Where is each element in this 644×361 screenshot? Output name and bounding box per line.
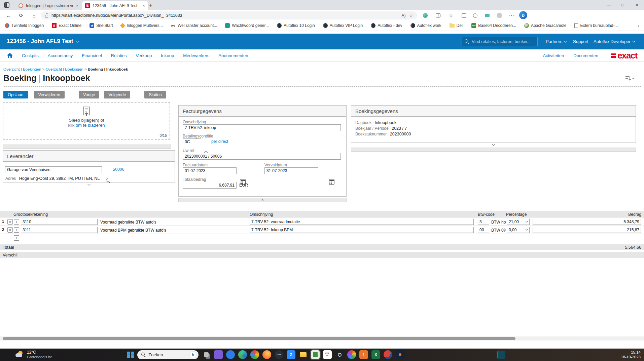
btw-code-input[interactable] — [478, 219, 489, 225]
totaalbedrag-input[interactable] — [183, 182, 237, 189]
taskbar-app-pinwheel-icon[interactable] — [347, 350, 356, 359]
site-info-lock-icon[interactable] — [45, 15, 48, 17]
bedrag-input[interactable] — [533, 227, 641, 233]
partners-menu[interactable]: Partners — [546, 39, 567, 44]
betalingsconditie-input[interactable] — [183, 138, 201, 145]
profile-avatar[interactable] — [495, 12, 503, 19]
nav-medewerkers[interactable]: Medewerkers — [183, 53, 209, 58]
task-view-icon[interactable] — [202, 350, 211, 359]
file-explorer-icon[interactable] — [299, 350, 308, 359]
bookmark-autoflex-10[interactable]: Autoflex 10 Login — [277, 23, 315, 28]
leverancier-code-link[interactable]: 50006 — [113, 167, 124, 172]
favorites-bar-icon[interactable]: ☆ — [447, 12, 455, 19]
taskbar-app-navy-icon[interactable] — [396, 350, 404, 359]
left-scroll-strip[interactable] — [3, 145, 171, 149]
bookmark-snelstart[interactable]: ★SnelStart — [90, 23, 113, 28]
rekening-input[interactable] — [21, 227, 98, 233]
global-search[interactable] — [462, 37, 538, 46]
new-tab-button[interactable]: + — [147, 2, 155, 9]
rekening-input[interactable] — [21, 219, 98, 225]
bookmark-base64[interactable]: B64Base64 Decoderen... — [471, 23, 516, 28]
insert-row-icon[interactable]: + — [14, 227, 19, 233]
taskbar-search[interactable]: Zoeken b — [137, 350, 199, 359]
nav-documenten[interactable]: Documenten — [573, 53, 598, 58]
read-aloud-icon[interactable]: A) — [401, 13, 405, 18]
split-screen-icon[interactable] — [434, 12, 442, 19]
collections-icon[interactable] — [460, 12, 468, 19]
leverancier-name-input[interactable] — [5, 166, 102, 173]
taskbar-app-orange-icon[interactable]: ! — [359, 350, 368, 359]
leverancier-collapse-chevron[interactable] — [3, 184, 175, 185]
window-minimize-button[interactable]: — — [602, 0, 616, 10]
regel-omschrijving-input[interactable] — [250, 219, 474, 225]
taskbar-app-redblue-icon[interactable] — [384, 350, 392, 359]
weather-widget[interactable]: 12°C Grotendeels be... — [15, 350, 55, 359]
history-icon[interactable] — [471, 12, 479, 19]
tray-app-icon[interactable] — [497, 351, 505, 359]
attachment-dropzone[interactable]: Sleep bijlage(n) of klik om te bladeren … — [3, 103, 170, 139]
betalingsconditie-link[interactable]: per direct — [211, 139, 228, 144]
bookmark-multivers[interactable]: Inloggen Multivers... — [121, 23, 163, 28]
nav-activiteiten[interactable]: Activiteiten — [543, 53, 564, 58]
taskbar-clock[interactable]: 15:14 18-10-2023 — [621, 350, 641, 359]
bookmark-extern-bureaublad[interactable]: Extern bureaublad-... — [574, 23, 618, 28]
bookmarks-overflow-chevron[interactable]: › — [638, 23, 639, 29]
close-tab-icon[interactable]: × — [76, 3, 78, 8]
delete-row-icon[interactable]: × — [7, 219, 13, 225]
pdf-jpg-converter-icon[interactable]: PDFJPG — [323, 350, 332, 359]
customize-sort-icon[interactable] — [625, 76, 634, 81]
delete-row-icon[interactable]: × — [7, 227, 13, 233]
browser-tab-inactive[interactable]: Inloggen | Login scherm voor Au × — [15, 1, 81, 10]
insert-row-icon[interactable]: + — [14, 219, 19, 225]
btw-code-input[interactable] — [478, 227, 489, 233]
right-scroll-strip[interactable] — [351, 148, 636, 152]
add-row-icon[interactable]: + — [14, 235, 19, 241]
verwijderen-button[interactable]: Verwijderen — [34, 91, 65, 98]
bing-sidebar-icon[interactable]: b — [519, 11, 527, 19]
browser-tab-active[interactable]: E 123456 - John AFL9 Test - Autofle × — [82, 1, 148, 10]
uwref-input[interactable] — [183, 153, 341, 160]
window-maximize-button[interactable]: □ — [616, 0, 630, 10]
scrollbar-thumb[interactable] — [3, 337, 515, 340]
nav-abonnementen[interactable]: Abonnementen — [218, 53, 248, 58]
url-text[interactable]: https://start.exactonline.nl/docs/MenuPo… — [51, 13, 398, 18]
close-tab-icon[interactable]: × — [142, 3, 145, 8]
taskbar-app-dark-icon[interactable] — [335, 350, 344, 359]
extension-icon[interactable] — [421, 12, 429, 19]
bookmark-exact-online[interactable]: EExact Online — [52, 23, 81, 28]
tab-workspaces-icon[interactable] — [4, 2, 9, 8]
omschrijving-input[interactable] — [183, 124, 341, 131]
nav-verkoop[interactable]: Verkoop — [136, 53, 152, 58]
bookmark-wetransfer[interactable]: weWeTransfer account... — [171, 23, 217, 28]
vervaldatum-input[interactable] — [264, 167, 318, 174]
bookmark-autoflex-dev[interactable]: Autoflex - dev — [371, 23, 402, 28]
nav-cockpits[interactable]: Cockpits — [22, 53, 39, 58]
taskbar-app-camera-icon[interactable] — [226, 350, 235, 359]
bookmark-guacamole[interactable]: Apache Guacamole — [524, 23, 566, 28]
bookmark-folder-dell[interactable]: Dell — [450, 23, 464, 28]
refresh-icon[interactable]: ⟳ — [17, 12, 25, 19]
excel-icon[interactable]: X — [371, 350, 380, 359]
start-button[interactable] — [127, 352, 134, 358]
edge-icon[interactable] — [238, 350, 247, 359]
bookmark-autoflex-vip[interactable]: Autoflex VIP Login — [323, 23, 363, 28]
factuur-collapse-chevron[interactable] — [178, 198, 347, 201]
volgende-button[interactable]: Volgende — [104, 91, 130, 98]
settings-menu-icon[interactable]: ⋯ — [507, 12, 515, 19]
home-icon[interactable] — [7, 53, 13, 58]
browse-files-link[interactable]: klik om te bladeren — [68, 123, 105, 128]
address-bar[interactable]: https://start.exactonline.nl/docs/MenuPo… — [41, 11, 417, 19]
favorite-star-icon[interactable]: ☆ — [409, 13, 413, 18]
vorige-button[interactable]: Vorige — [79, 91, 99, 98]
division-selector[interactable]: 123456 - John AFL9 Test — [7, 38, 79, 45]
back-icon[interactable]: ← — [5, 12, 12, 19]
nav-inkoop[interactable]: Inkoop — [161, 53, 174, 58]
bookmark-wachtwoord[interactable]: Wachtwoord gener... — [225, 23, 269, 28]
bookmark-twinfield[interactable]: Twinfield Inloggen — [5, 23, 44, 28]
breadcrumb-link[interactable]: Overzicht | Boekingen — [3, 67, 41, 71]
browser-essentials-icon[interactable] — [483, 12, 491, 19]
nav-relaties[interactable]: Relaties — [111, 53, 127, 58]
boeking-collapse-chevron[interactable] — [351, 144, 636, 145]
horizontal-scrollbar[interactable] — [0, 336, 644, 340]
percentage-select[interactable]: 21,00 — [507, 219, 530, 225]
